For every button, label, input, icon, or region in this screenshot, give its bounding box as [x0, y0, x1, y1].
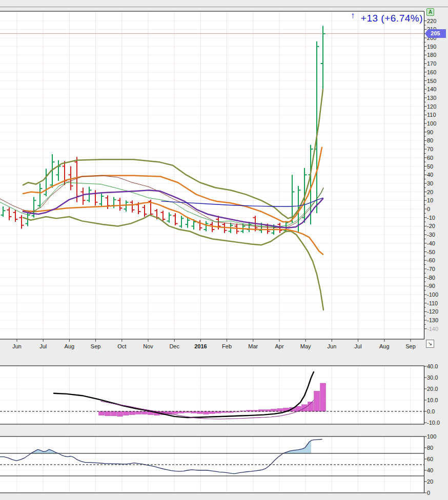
y-axis-label: 0	[427, 206, 430, 212]
price-up-arrow-icon: ↑	[351, 11, 355, 21]
x-axis-label: Jun	[328, 343, 337, 349]
x-axis-label: May	[300, 343, 311, 349]
y-axis-label: 30.0	[427, 374, 438, 381]
macd-histogram-bar	[99, 411, 105, 415]
x-axis-label: Aug	[65, 343, 75, 349]
macd-histogram-bar	[197, 411, 203, 413]
y-axis-label: 190	[427, 44, 436, 50]
y-axis-label: 80	[427, 137, 433, 143]
y-axis-label: -30	[427, 232, 435, 238]
auto-scale-badge[interactable]: A	[426, 8, 434, 16]
y-axis-label: 80	[427, 445, 433, 451]
y-axis-label: 150	[427, 78, 436, 84]
y-axis-label: 10.0	[427, 397, 438, 403]
y-axis-label: -50	[427, 249, 435, 255]
y-axis-label: -140	[427, 326, 438, 332]
chart-canvas[interactable]: -140-130-120-110-100-90-80-70-60-50-40-3…	[0, 0, 448, 500]
x-axis-label: Mar	[248, 343, 258, 349]
macd-histogram-bar	[203, 411, 209, 414]
y-axis-label: 20	[427, 478, 433, 485]
y-axis-label: 100	[427, 433, 436, 440]
x-axis-label: Sep	[405, 343, 416, 349]
macd-histogram-bar	[111, 411, 117, 416]
macd-histogram-bar	[136, 411, 141, 414]
resize-handle-icon[interactable]: ↘	[426, 340, 434, 348]
macd-histogram-bar	[142, 411, 148, 414]
y-axis-label: 30	[427, 180, 433, 186]
macd-histogram-bar	[105, 411, 111, 416]
y-axis-label: -60	[427, 257, 435, 263]
macd-histogram-bar	[296, 406, 301, 411]
x-axis-label: Sep	[91, 343, 101, 349]
x-axis-label: Jun	[12, 343, 22, 349]
y-axis-label: 160	[427, 69, 436, 75]
y-axis-label: 20.0	[427, 386, 438, 392]
y-axis-label: -70	[427, 266, 435, 272]
x-axis-label: Apr	[275, 343, 283, 349]
y-axis-label: 0.0	[427, 408, 435, 414]
y-axis-label: -120	[427, 308, 438, 315]
y-axis-label: -90	[427, 283, 435, 289]
y-axis-label: 100	[427, 120, 436, 127]
y-axis-label: 220	[427, 18, 436, 24]
macd-histogram-bar	[271, 409, 277, 411]
y-axis-label: 20	[427, 189, 433, 195]
last-price-tag: 205	[425, 29, 446, 38]
y-axis-label: -80	[427, 275, 435, 281]
macd-histogram-bar	[124, 411, 129, 415]
y-axis-label: 180	[427, 52, 436, 58]
y-axis-label: -100	[427, 291, 438, 298]
y-axis-label: 0	[427, 490, 430, 496]
x-axis-label: Aug	[379, 343, 390, 349]
y-axis-label: 40	[427, 467, 433, 473]
y-axis-label: 110	[427, 112, 436, 118]
y-axis-label: 170	[427, 60, 436, 67]
macd-histogram-bar	[117, 411, 123, 416]
macd-histogram-bar	[210, 411, 215, 413]
x-axis-label: Nov	[143, 343, 153, 349]
x-axis-label: Feb	[222, 343, 232, 349]
chart-application-window: -140-130-120-110-100-90-80-70-60-50-40-3…	[0, 0, 448, 500]
x-axis-label: Oct	[117, 343, 126, 349]
y-axis-label: 70	[427, 146, 433, 152]
price-change-label: +13 (+6.74%)	[361, 13, 423, 24]
panel-background	[0, 366, 424, 424]
y-axis-label: 60	[427, 456, 433, 462]
macd-histogram-bar	[277, 409, 283, 412]
y-axis-label: 120	[427, 103, 436, 110]
x-axis-label: Jul	[39, 343, 47, 349]
x-axis-label: Dec	[169, 343, 179, 349]
macd-histogram-bar	[173, 411, 178, 413]
macd-histogram-bar	[320, 383, 326, 411]
x-axis-label: 2016	[194, 343, 207, 349]
y-axis-label: 60	[427, 155, 433, 161]
y-axis-label: -110	[427, 300, 438, 306]
y-axis-label: 10	[427, 197, 433, 203]
y-axis-label: -130	[427, 317, 438, 323]
y-axis-label: 90	[427, 129, 433, 135]
y-axis-label: -10.0	[427, 420, 440, 426]
macd-histogram-bar	[130, 411, 135, 415]
y-axis-label: -10	[427, 215, 435, 221]
x-axis-label: Jul	[355, 343, 362, 349]
panel-background	[0, 11, 424, 339]
y-axis-label: -40	[427, 240, 435, 246]
y-axis-label: -20	[427, 223, 435, 229]
y-axis-label: 50	[427, 163, 433, 170]
y-axis-label: 40.0	[427, 363, 438, 369]
y-axis-label: 40	[427, 172, 433, 178]
y-axis-label: 140	[427, 86, 436, 92]
macd-histogram-bar	[314, 391, 320, 411]
y-axis-label: 130	[427, 95, 436, 101]
